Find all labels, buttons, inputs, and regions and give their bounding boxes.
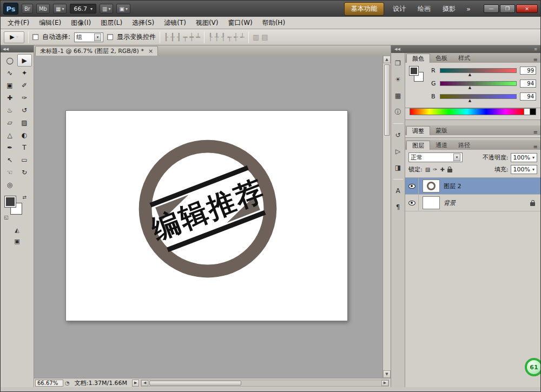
menu-image[interactable]: 图像(I) xyxy=(66,17,96,29)
menu-filter[interactable]: 滤镜(T) xyxy=(159,17,191,29)
clone-stamp-tool[interactable]: ♨ xyxy=(3,104,17,116)
foreground-color-swatch[interactable] xyxy=(5,196,16,207)
tab-masks[interactable]: 蒙版 xyxy=(430,126,453,135)
blue-slider[interactable]: ▲ xyxy=(440,94,517,99)
scroll-right-icon[interactable]: ▶ xyxy=(381,380,388,386)
slider-marker-icon[interactable]: ▲ xyxy=(469,72,471,77)
paragraph-panel-icon[interactable]: ¶ xyxy=(393,202,404,212)
canvas-area[interactable]: 编辑推荐 xyxy=(34,56,382,378)
status-zoom-field[interactable]: 66.67% xyxy=(35,380,63,387)
menu-view[interactable]: 视图(V) xyxy=(191,17,223,29)
screen-mode-button[interactable]: ▣ ▾ xyxy=(116,4,130,14)
black-swatch[interactable] xyxy=(530,108,536,115)
auto-select-checkbox[interactable] xyxy=(32,34,38,40)
scroll-left-icon[interactable]: ◀ xyxy=(141,380,148,386)
green-slider[interactable]: ▲ xyxy=(440,81,517,86)
eyedropper-tool[interactable]: ✐ xyxy=(17,79,32,91)
vertical-scroll-thumb[interactable] xyxy=(384,64,390,136)
auto-align-layers-icon[interactable]: ▤ xyxy=(261,33,268,41)
character-panel-icon[interactable]: A xyxy=(393,186,404,196)
layer-thumbnail[interactable] xyxy=(423,196,440,209)
panel-menu-icon[interactable]: ≡ xyxy=(533,144,538,150)
menu-edit[interactable]: 编辑(E) xyxy=(34,17,66,29)
horizontal-scroll-thumb[interactable] xyxy=(149,381,241,386)
lock-paint-icon[interactable]: ✑ xyxy=(433,167,437,172)
lock-all-icon[interactable] xyxy=(447,169,452,172)
layer-thumbnail[interactable] xyxy=(423,180,440,192)
opacity-field[interactable]: 100% ▾ xyxy=(511,153,537,162)
mini-bridge-button[interactable]: Mb xyxy=(36,4,50,14)
fill-field[interactable]: 100% ▾ xyxy=(511,165,537,174)
history-panel-icon[interactable]: ↺ xyxy=(393,130,404,140)
adjustments-panel-icon[interactable]: ☀ xyxy=(393,75,404,84)
distribute-top-icon[interactable]: ┞ xyxy=(208,33,213,41)
auto-select-dropdown[interactable]: 组 ▾ xyxy=(74,32,103,42)
distribute-bottom-icon[interactable]: ┦ xyxy=(221,33,226,41)
visibility-cell[interactable] xyxy=(405,178,419,194)
toolbox-collapse-bar[interactable]: ◀◀ xyxy=(1,45,34,52)
dock-menu-icon[interactable]: ≡ xyxy=(534,47,537,51)
scroll-up-icon[interactable]: ▲ xyxy=(383,56,391,63)
eraser-tool[interactable]: ▱ xyxy=(3,116,17,129)
minimize-button[interactable]: — xyxy=(484,4,499,13)
tab-adjustments[interactable]: 调整 xyxy=(406,126,430,135)
distribute-right-icon[interactable]: ┵ xyxy=(240,33,245,41)
path-selection-tool[interactable]: ↖ xyxy=(3,154,17,166)
layer-name[interactable]: 图层 2 xyxy=(444,182,461,190)
overlay-badge[interactable]: 61 xyxy=(525,358,541,376)
tab-styles[interactable]: 样式 xyxy=(453,54,476,63)
foreground-color-swatch[interactable] xyxy=(410,67,418,75)
distribute-left-icon[interactable]: ┭ xyxy=(228,33,232,41)
red-value-field[interactable]: 99 xyxy=(520,67,536,75)
default-colors-icon[interactable]: ◱ xyxy=(4,215,9,220)
workspace-design[interactable]: 设计 xyxy=(390,3,409,15)
visibility-cell[interactable] xyxy=(405,195,419,211)
arrange-documents-button[interactable]: ▥ ▾ xyxy=(100,4,113,14)
eye-icon[interactable] xyxy=(408,201,415,205)
tab-color[interactable]: 颜色 xyxy=(406,54,430,63)
quick-selection-tool[interactable]: ✦ xyxy=(17,67,32,79)
tab-layers[interactable]: 图层 xyxy=(406,141,430,150)
vertical-scrollbar[interactable]: ▲ ▼ xyxy=(382,56,391,378)
lock-position-icon[interactable]: ✚ xyxy=(440,167,445,172)
panel-menu-icon[interactable]: ≡ xyxy=(533,57,538,63)
align-top-icon[interactable]: ┠ xyxy=(164,33,168,41)
rotate-view-tool[interactable]: ↻ xyxy=(17,166,32,178)
align-right-icon[interactable]: ┷ xyxy=(196,33,200,41)
crop-tool[interactable]: ▣ xyxy=(3,79,17,91)
tab-channels[interactable]: 通道 xyxy=(430,141,453,150)
menu-file[interactable]: 文件(F) xyxy=(3,17,34,29)
swap-colors-icon[interactable]: ⇄ xyxy=(22,195,27,200)
shape-tool[interactable]: ▭ xyxy=(17,154,32,166)
history-brush-tool[interactable]: ↺ xyxy=(17,104,32,116)
slider-marker-icon[interactable]: ▲ xyxy=(469,98,471,103)
tool-preset-picker[interactable]: ▶ ▾ xyxy=(4,31,24,43)
brush-tool[interactable]: ✑ xyxy=(17,91,32,104)
histogram-panel-icon[interactable]: ▦ xyxy=(393,91,404,101)
lock-transparent-icon[interactable]: ▨ xyxy=(425,167,430,172)
blue-value-field[interactable]: 94 xyxy=(520,92,536,101)
red-slider[interactable]: ▲ xyxy=(440,68,517,73)
color-spectrum-ramp[interactable] xyxy=(410,108,524,115)
menu-select[interactable]: 选择(S) xyxy=(127,17,159,29)
distribute-hcenter-icon[interactable]: ┽ xyxy=(234,33,238,41)
menu-window[interactable]: 窗口(W) xyxy=(223,17,257,29)
move-tool[interactable]: ▶ xyxy=(17,54,32,67)
lasso-tool[interactable]: ∿ xyxy=(3,67,17,79)
quick-mask-icon[interactable]: ◭ xyxy=(15,227,19,234)
dock-header[interactable]: ◀◀ ≡ xyxy=(391,45,540,53)
align-vcenter-icon[interactable]: ╂ xyxy=(170,33,175,41)
dodge-tool[interactable]: ◐ xyxy=(17,129,32,141)
document-tab[interactable]: 未标题-1 @ 66.7% (图层 2, RGB/8) * × xyxy=(35,46,158,56)
auto-align-icon[interactable]: ▥ xyxy=(253,33,259,41)
menu-help[interactable]: 帮助(H) xyxy=(258,17,290,29)
tab-swatches[interactable]: 色板 xyxy=(430,54,453,63)
view-extras-button[interactable]: ▦ ▾ xyxy=(53,4,67,14)
status-options-button[interactable]: ▶ xyxy=(132,380,139,387)
elliptical-marquee-tool[interactable]: ◯ xyxy=(3,54,17,67)
screen-mode-icon[interactable]: ▣ xyxy=(14,238,19,245)
scroll-down-icon[interactable]: ▼ xyxy=(383,370,391,378)
close-button[interactable]: × xyxy=(516,4,538,13)
bridge-button[interactable]: Br xyxy=(22,4,33,14)
align-hcenter-icon[interactable]: ┿ xyxy=(189,33,194,41)
